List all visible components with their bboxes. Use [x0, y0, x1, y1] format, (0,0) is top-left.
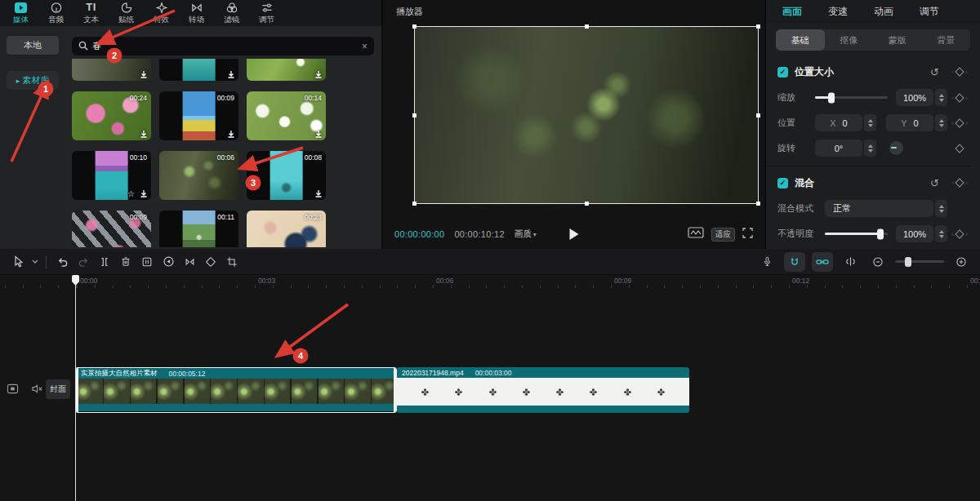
- video-thumbnail[interactable]: 00:24: [72, 91, 151, 140]
- tab-filter[interactable]: 滤镜: [214, 2, 249, 25]
- resize-handle[interactable]: [585, 24, 589, 29]
- timeline-track-area[interactable]: 封面 实景拍摄大自然相片素材 00:00:05:12 202203171948.…: [0, 288, 980, 501]
- sidebar-item-library[interactable]: ▸ 素材库: [7, 71, 59, 90]
- resize-handle[interactable]: [412, 202, 416, 206]
- subtab-mask[interactable]: 蒙版: [873, 29, 922, 51]
- scale-slider[interactable]: [815, 96, 888, 99]
- fullscreen-icon[interactable]: [742, 227, 753, 242]
- resize-handle[interactable]: [756, 202, 760, 206]
- video-thumbnail[interactable]: 00:14: [247, 91, 326, 140]
- video-thumbnail[interactable]: [159, 59, 238, 81]
- tab-transition[interactable]: 转场: [179, 2, 214, 25]
- redo-button[interactable]: [73, 252, 94, 272]
- download-icon[interactable]: [314, 130, 323, 138]
- link-icon[interactable]: [812, 252, 833, 272]
- fit-button[interactable]: 适应: [711, 228, 735, 242]
- tab-adjust[interactable]: 调节: [249, 2, 284, 25]
- position-y-field[interactable]: Y 0: [886, 114, 933, 131]
- opacity-slider[interactable]: [825, 233, 888, 235]
- microphone-icon[interactable]: [756, 252, 777, 272]
- keyframe-icon[interactable]: [955, 93, 964, 102]
- video-thumbnail[interactable]: 00:11: [159, 211, 238, 247]
- video-thumbnail[interactable]: [72, 59, 151, 81]
- blend-mode-stepper[interactable]: [935, 200, 947, 217]
- keyframe-icon[interactable]: [955, 118, 964, 127]
- tab-adjustment[interactable]: 调节: [920, 5, 939, 19]
- magnet-icon[interactable]: [784, 252, 805, 272]
- play-button[interactable]: [569, 228, 578, 240]
- video-thumbnail[interactable]: 00:08: [247, 151, 326, 200]
- mute-track-icon[interactable]: [31, 384, 43, 394]
- rotation-knob[interactable]: [889, 141, 903, 155]
- undo-button[interactable]: [51, 252, 73, 272]
- keyframe-icon[interactable]: [955, 229, 964, 238]
- position-x-field[interactable]: X 0: [815, 114, 862, 131]
- reset-icon[interactable]: ↺: [930, 177, 939, 189]
- search-input[interactable]: 春 ×: [72, 37, 374, 55]
- subtab-basic[interactable]: 基础: [776, 29, 825, 51]
- track-toggle-icon[interactable]: [7, 384, 19, 394]
- download-icon[interactable]: [227, 130, 235, 138]
- select-tool[interactable]: [8, 252, 29, 272]
- position-x-stepper[interactable]: [864, 114, 876, 131]
- timeline-clip[interactable]: 202203171948.mp4 00:00:03:00: [397, 367, 689, 413]
- rotate-icon[interactable]: [200, 252, 221, 272]
- tab-picture[interactable]: 画面: [782, 5, 802, 19]
- scale-value[interactable]: 100%: [896, 89, 933, 106]
- cover-button[interactable]: 封面: [46, 379, 70, 399]
- keyframe-icon[interactable]: [955, 67, 964, 76]
- select-tool-chevron[interactable]: [29, 252, 41, 272]
- zoom-out-icon[interactable]: [867, 252, 889, 272]
- playhead[interactable]: [75, 275, 76, 501]
- timeline-ruler[interactable]: 00:00 00:03 00:06 00:09 00:12 00:15: [0, 275, 980, 288]
- preview-axis-icon[interactable]: [840, 252, 861, 272]
- zoom-in-icon[interactable]: [951, 252, 972, 272]
- timeline-zoom-slider[interactable]: [895, 260, 944, 263]
- checkbox-blend[interactable]: ✓: [777, 178, 788, 188]
- sidebar-item-local[interactable]: 本地: [7, 36, 59, 55]
- tab-effects[interactable]: 特效: [144, 2, 179, 25]
- freeze-frame-icon[interactable]: [136, 252, 158, 272]
- blend-mode-select[interactable]: 正常: [825, 200, 933, 217]
- download-icon[interactable]: [227, 70, 235, 78]
- resize-handle[interactable]: [756, 24, 760, 29]
- tab-animation[interactable]: 动画: [874, 5, 893, 19]
- download-icon[interactable]: [140, 189, 148, 197]
- scale-stepper[interactable]: [935, 89, 947, 106]
- reset-icon[interactable]: ↺: [930, 66, 939, 78]
- video-thumbnail[interactable]: 00:23: [247, 211, 326, 247]
- video-thumbnail[interactable]: 00:09: [72, 211, 151, 247]
- video-thumbnail[interactable]: 00:09: [159, 91, 238, 140]
- tab-speed[interactable]: 变速: [828, 5, 848, 19]
- rotation-stepper[interactable]: [864, 140, 876, 157]
- tab-media[interactable]: 媒体: [3, 2, 38, 25]
- download-icon[interactable]: [314, 189, 323, 197]
- resize-handle[interactable]: [412, 24, 416, 29]
- download-icon[interactable]: [314, 70, 323, 78]
- video-thumbnail[interactable]: [247, 59, 326, 81]
- resize-handle[interactable]: [412, 113, 416, 117]
- tab-text[interactable]: TI 文本: [74, 2, 109, 25]
- tab-sticker[interactable]: 贴纸: [109, 2, 144, 25]
- tab-audio[interactable]: 音频: [38, 2, 74, 25]
- quality-dropdown[interactable]: 画质 ▾: [514, 228, 537, 240]
- mirror-icon[interactable]: [179, 252, 200, 272]
- position-y-stepper[interactable]: [935, 114, 947, 131]
- crop-icon[interactable]: [221, 252, 243, 272]
- timeline-clip-selected[interactable]: 实景拍摄大自然相片素材 00:00:05:12: [75, 367, 397, 413]
- video-thumbnail-selected[interactable]: 00:06: [159, 151, 238, 200]
- checkbox-position-size[interactable]: ✓: [777, 67, 788, 78]
- keyframe-icon[interactable]: [955, 178, 964, 187]
- video-preview[interactable]: [414, 26, 759, 204]
- keyframe-icon[interactable]: [955, 144, 964, 153]
- subtab-cutout[interactable]: 抠像: [825, 29, 874, 51]
- resize-handle[interactable]: [756, 113, 760, 117]
- reverse-icon[interactable]: [158, 252, 179, 272]
- close-icon[interactable]: ×: [362, 41, 368, 52]
- star-icon[interactable]: ☆: [127, 189, 135, 198]
- opacity-value[interactable]: 100%: [896, 225, 933, 242]
- delete-icon[interactable]: [115, 252, 136, 272]
- subtab-background[interactable]: 背景: [922, 29, 971, 51]
- resize-handle[interactable]: [585, 202, 589, 206]
- split-icon[interactable]: [94, 252, 115, 272]
